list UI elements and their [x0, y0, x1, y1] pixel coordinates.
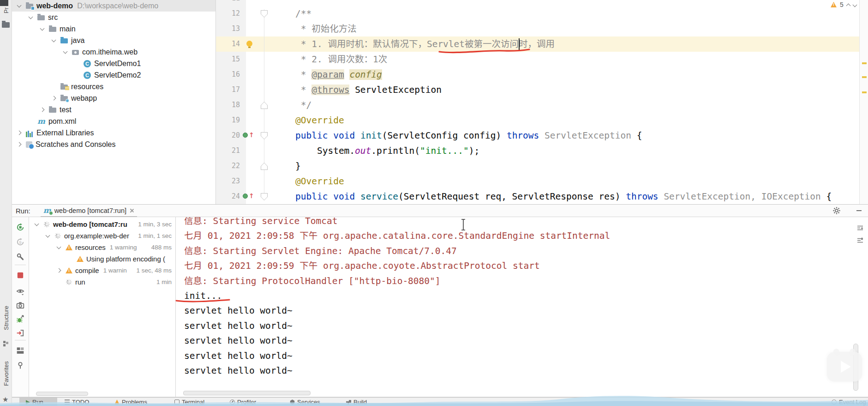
- code-editor[interactable]: 1112131415161718192021222324 ↑↑ /** * 初始…: [216, 0, 859, 204]
- console-line: 信息: Starting ProtocolHandler ["http-bio-…: [184, 274, 868, 289]
- tree-item-label: webapp: [71, 94, 97, 103]
- project-tree-item-java[interactable]: java: [12, 35, 216, 46]
- chevron-down-icon[interactable]: [28, 14, 33, 19]
- chevron-down-icon[interactable]: [17, 3, 21, 7]
- statusbar-item-todo[interactable]: TODO: [65, 399, 89, 406]
- sidebar-item-project[interactable]: Pr: [3, 7, 10, 13]
- run-tree-item-using-platform-encoding[interactable]: Using platform encoding (: [30, 253, 175, 265]
- eye-button[interactable]: [16, 287, 24, 296]
- editor-error-stripe[interactable]: [859, 0, 868, 204]
- star-icon[interactable]: ★: [2, 395, 8, 404]
- code-line-18: */: [216, 97, 859, 113]
- statusbar-item-run[interactable]: Run: [26, 399, 43, 406]
- sidebar-item-structure[interactable]: Structure: [3, 306, 10, 330]
- project-tree-item-web-demo[interactable]: web-demoD:\workspace\web-demo: [12, 0, 216, 12]
- hide-panel-icon[interactable]: [856, 210, 862, 211]
- project-tree-item-scratches-and-consoles[interactable]: Scratches and Consoles: [12, 139, 216, 150]
- statusbar-item-label: Services: [297, 399, 320, 406]
- chevron-down-icon[interactable]: [34, 221, 39, 226]
- project-path: D:\workspace\web-demo: [77, 2, 158, 10]
- source-folder-icon: [60, 38, 68, 43]
- tree-item-label: External Libraries: [36, 129, 94, 137]
- run-tree-item-web-demo-tomcat7-ru[interactable]: web-demo [tomcat7:ru1 min, 3 sec: [30, 218, 175, 230]
- tree-item-label: main: [60, 25, 76, 33]
- project-tree-item-pom-xml[interactable]: mpom.xml: [12, 115, 216, 127]
- project-tree-item-src[interactable]: src: [12, 12, 216, 23]
- folder-icon: [37, 15, 45, 20]
- code-line-19: @Override: [216, 113, 859, 128]
- warning-stripe-mark[interactable]: [862, 62, 867, 64]
- project-tree-item-webapp[interactable]: webapp: [12, 92, 216, 104]
- project-tree-item-main[interactable]: main: [12, 23, 216, 35]
- services-icon: [290, 400, 295, 405]
- statusbar-item-build[interactable]: Build: [346, 399, 367, 406]
- camera-button[interactable]: [16, 301, 24, 309]
- folder-icon: [49, 108, 56, 113]
- tree-horizontal-scrollbar[interactable]: [36, 392, 88, 396]
- project-tree-item-resources[interactable]: resources: [12, 81, 216, 92]
- run-tab[interactable]: m web-demo [tomcat7:run]: [41, 205, 137, 217]
- project-tree-item-test[interactable]: test: [12, 104, 216, 115]
- console-line: 信息: Starting service Tomcat: [184, 217, 868, 229]
- statusbar-item-profiler[interactable]: Profiler: [230, 399, 256, 406]
- warning-stripe-mark[interactable]: [862, 91, 867, 93]
- gear-icon[interactable]: [832, 206, 841, 215]
- chevron-right-icon[interactable]: [51, 96, 56, 101]
- libraries-icon: [26, 129, 33, 137]
- statusbar-item-terminal[interactable]: Terminal: [174, 399, 204, 406]
- duration-label: 1 sec, 48 ms: [134, 267, 172, 274]
- progress-spinner-icon: [66, 279, 72, 285]
- statusbar-item-problems[interactable]: Problems: [114, 399, 147, 406]
- project-tree-item-external-libraries[interactable]: External Libraries: [12, 127, 216, 139]
- maven-run-icon: m: [43, 207, 51, 214]
- run-toolbar: 9: [12, 217, 29, 397]
- wrench-button[interactable]: [16, 253, 24, 261]
- toolbar-divider: [15, 340, 26, 340]
- project-tree-item-servletdemo2[interactable]: CServletDemo2: [12, 69, 216, 81]
- chevron-right-icon[interactable]: [17, 142, 21, 147]
- event-log-button[interactable]: Event Log: [832, 399, 866, 406]
- run-icon: [26, 400, 30, 405]
- chevron-down-icon[interactable]: [56, 244, 61, 249]
- close-icon[interactable]: [130, 208, 134, 213]
- chevron-right-icon[interactable]: [40, 108, 44, 112]
- rerun-failed-button[interactable]: 9: [16, 238, 24, 246]
- sidebar-item-favorites[interactable]: Favorites: [3, 361, 10, 386]
- resources-folder-icon: [60, 85, 68, 90]
- code-line-13: * 初始化方法: [216, 21, 859, 36]
- chevron-down-icon[interactable]: [45, 233, 50, 237]
- chevron-right-icon[interactable]: [17, 131, 21, 135]
- chevron-down-icon[interactable]: [51, 37, 56, 42]
- toolbar-divider: [15, 265, 26, 265]
- chevron-down-icon[interactable]: [852, 2, 857, 7]
- tree-item-label: ServletDemo1: [94, 60, 141, 68]
- inspections-widget[interactable]: 5: [831, 1, 856, 8]
- project-tree-item-com-itheima-web[interactable]: com.itheima.web: [12, 46, 216, 58]
- console-soft-wrap-icon[interactable]: [856, 224, 864, 232]
- exit-button[interactable]: [16, 329, 24, 337]
- console-scroll-to-end-icon[interactable]: [856, 236, 864, 244]
- console-horizontal-scrollbar[interactable]: [183, 391, 311, 395]
- statusbar-item-label: Problems: [122, 399, 147, 406]
- rerun-button[interactable]: [16, 223, 24, 231]
- chevron-down-icon[interactable]: [40, 26, 44, 30]
- chevron-down-icon[interactable]: [63, 49, 67, 54]
- run-tree-item-resources[interactable]: resources1 warning488 ms: [30, 242, 175, 253]
- bug-button[interactable]: [16, 315, 24, 323]
- chevron-up-icon[interactable]: [846, 3, 850, 8]
- project-tree-item-servletdemo1[interactable]: CServletDemo1: [12, 58, 216, 69]
- pin-button[interactable]: [16, 361, 24, 370]
- statusbar-item-services[interactable]: Services: [290, 399, 320, 406]
- run-console[interactable]: 信息: Starting service Tomcat七月 01, 2021 2…: [176, 217, 868, 397]
- warning-stripe-mark[interactable]: [862, 76, 867, 78]
- run-panel-header: Run: m web-demo [tomcat7:run]: [12, 204, 868, 217]
- layout-button[interactable]: [16, 346, 24, 355]
- package-icon: [72, 50, 79, 55]
- chevron-right-icon[interactable]: [56, 268, 61, 273]
- statusbar-item-label: Run: [32, 399, 43, 406]
- run-tree-item-compile[interactable]: compile1 warnin1 sec, 48 ms: [30, 265, 175, 276]
- event-log-icon: [832, 400, 837, 405]
- run-tree-item-org-example-web-der[interactable]: org.example:web-der1 min, 1 sec: [30, 230, 175, 242]
- stop-button[interactable]: [16, 271, 24, 279]
- run-tree-item-run[interactable]: run1 min: [30, 276, 175, 288]
